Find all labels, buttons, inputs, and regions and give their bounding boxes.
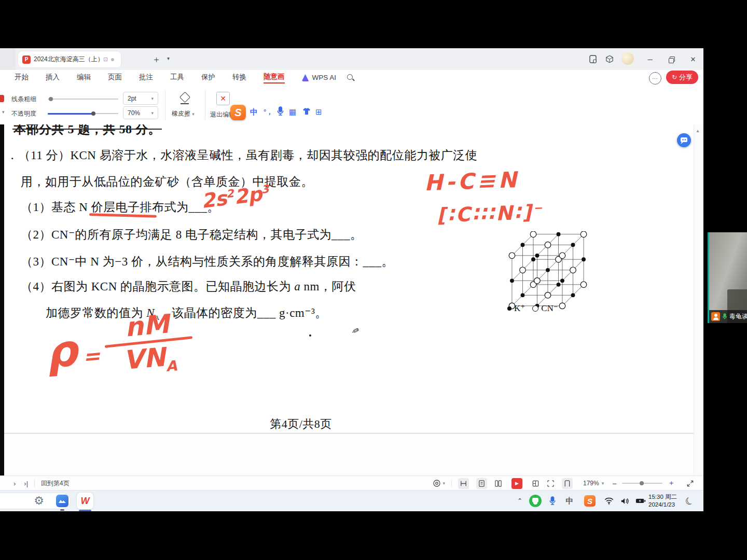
read-mode-icon[interactable]: ▾ (433, 479, 445, 487)
zoom-out-button[interactable]: − (612, 479, 617, 488)
webcam-video-tile[interactable]: 毒龟谈 (708, 232, 747, 323)
ime-skin-icon[interactable] (302, 107, 311, 117)
user-avatar[interactable] (621, 52, 634, 65)
share-button[interactable]: ↻ 分享 (666, 71, 698, 84)
open-atom-icon (532, 305, 538, 312)
share-arrow-icon: ↻ (672, 74, 677, 81)
new-tab-button[interactable]: ＋ (152, 53, 161, 65)
line-width-label: 线条粗细 (11, 95, 36, 104)
legend-cn-label: CN⁻ (541, 303, 558, 314)
menu-freehand-draw[interactable]: 随意画 (264, 72, 285, 83)
ime-lang-toggle[interactable]: 中 (250, 107, 258, 117)
wifi-icon[interactable] (603, 491, 615, 511)
next-page-button[interactable]: › (13, 480, 16, 487)
back-to-page-button[interactable]: 回到第4页 (41, 479, 70, 488)
participant-name-bar: 毒龟谈 (709, 310, 747, 323)
question-1: （1）基态 N 价层电子排布式为___。 (21, 199, 219, 215)
page-number-icon[interactable] (532, 480, 540, 487)
menu-protect[interactable]: 保护 (201, 73, 215, 83)
line-width-value-dropdown[interactable]: 2pt▾ (123, 92, 158, 105)
minimize-button[interactable]: ─ (643, 52, 657, 66)
eraser-icon[interactable] (178, 92, 192, 105)
document-area[interactable]: 本部分共 5 题，共 58 分。 ．（11 分）KCN 易溶于水，水溶液呈碱性，… (0, 124, 703, 475)
screen: P 2024北京海淀高三（上）期末 ⊡ ＋ ▾ ─ ✕ (0, 0, 747, 560)
cloud-app-icon[interactable] (56, 495, 68, 507)
question-2: （2）CN⁻的所有原子均满足 8 电子稳定结构，其电子式为___。 (21, 227, 363, 243)
tray-mic-icon[interactable] (547, 491, 558, 511)
last-page-button[interactable]: ›| (24, 480, 28, 487)
two-page-icon[interactable] (494, 480, 502, 487)
ime-punctuation-toggle[interactable]: °， (264, 107, 273, 117)
battery-icon[interactable] (634, 491, 647, 511)
menu-edit[interactable]: 编辑 (77, 73, 91, 83)
play-slideshow-button[interactable]: ▶ (511, 478, 522, 489)
tab-list-chevron-icon[interactable]: ▾ (167, 55, 170, 61)
more-options-icon[interactable]: ⋯ (649, 72, 661, 85)
line-width-slider[interactable] (48, 99, 118, 100)
restore-button[interactable] (665, 52, 678, 66)
handwritten-lewis-structure: [∶C∶∶∶N∶]− (436, 200, 545, 227)
ai-assistant-float-button[interactable] (677, 133, 691, 147)
monitor-icon: ⊡ (103, 56, 108, 63)
line-width-slider-thumb[interactable] (49, 97, 53, 101)
zoom-dropdown-chevron[interactable]: ▾ (602, 481, 604, 486)
ime-logo-icon[interactable]: S (230, 105, 246, 120)
wps-app-icon[interactable]: W (77, 493, 93, 509)
menu-insert[interactable]: 插入 (46, 73, 60, 83)
ime-mic-icon[interactable] (276, 106, 284, 118)
tray-sogou-icon[interactable]: S (584, 495, 596, 507)
menu-page[interactable]: 页面 (108, 73, 122, 83)
settings-gear-icon[interactable]: ⚙ (32, 491, 46, 511)
tray-expand-chevron[interactable]: ⌃ (515, 491, 524, 511)
filled-atom-icon (507, 306, 511, 311)
ime-toolbox-icon[interactable]: ⊞ (315, 107, 322, 117)
section-header: 本部分共 5 题，共 58 分。 (13, 124, 161, 137)
search-icon[interactable] (347, 74, 355, 82)
fit-page-icon[interactable] (547, 480, 555, 487)
eraser-button[interactable]: 橡皮擦 ▾ (172, 109, 195, 118)
handwritten-density-formula: ρ = nM VNA (43, 309, 195, 384)
scroll-up-arrow[interactable]: ▲ (696, 129, 700, 133)
taskbar-clock[interactable]: 15:30 周二 2024/1/23 (648, 493, 677, 509)
fit-width-icon[interactable] (458, 478, 469, 489)
volume-icon[interactable] (618, 491, 632, 511)
pdf-doc-icon: P (22, 55, 31, 64)
participant-name: 毒龟谈 (729, 312, 747, 321)
tab-bar: P 2024北京海淀高三（上）期末 ⊡ ＋ ▾ ─ ✕ (0, 48, 703, 70)
single-page-icon[interactable] (476, 478, 487, 489)
wps-ai-icon (302, 74, 309, 81)
cube-3d-icon[interactable] (603, 52, 616, 66)
zoom-value[interactable]: 179% (583, 480, 599, 487)
ime-keyboard-icon[interactable]: ▦ (289, 107, 296, 117)
opacity-value-dropdown[interactable]: 70%▾ (123, 106, 158, 119)
windows-taskbar: ⚙ W ⌃ 中 S (0, 490, 703, 511)
cloud-app-indicator (60, 509, 64, 511)
menu-convert[interactable]: 转换 (232, 73, 246, 83)
menu-tools[interactable]: 工具 (170, 73, 184, 83)
participant-role-icon (711, 312, 720, 321)
opacity-slider-fill (48, 113, 93, 115)
zoom-in-button[interactable]: ＋ (668, 479, 675, 488)
menu-annotate[interactable]: 批注 (139, 73, 153, 83)
night-mode-moon-icon[interactable]: ☾ (679, 488, 700, 513)
meeting-app-tray-icon[interactable] (529, 495, 542, 507)
kcn-unit-cell-diagram (504, 231, 591, 313)
document-tab[interactable]: P 2024北京海淀高三（上）期末 ⊡ (18, 51, 121, 67)
exit-edit-icon[interactable]: ✕ (216, 92, 230, 105)
mobile-view-icon[interactable] (586, 52, 600, 66)
opacity-slider-thumb[interactable] (91, 111, 95, 116)
zoom-slider[interactable] (622, 483, 662, 484)
close-button[interactable]: ✕ (686, 52, 700, 66)
clipped-tool-icon[interactable] (0, 95, 4, 102)
draw-toolbar: ▾ 线条粗细 2pt▾ 不透明度 70%▾ 橡皮擦 ▾ ✕ (0, 86, 703, 125)
diagram-legend: K⁺ CN⁻ (507, 303, 558, 314)
menu-wps-ai[interactable]: WPS AI (312, 74, 337, 82)
scrollbar[interactable] (694, 124, 703, 475)
tray-ime-icon[interactable]: 中 (563, 491, 576, 511)
clipped-chevron-icon[interactable]: ▾ (2, 109, 5, 115)
bookmark-panel-icon[interactable] (562, 478, 573, 489)
fullscreen-icon[interactable] (686, 480, 694, 487)
menu-start[interactable]: 开始 (15, 73, 29, 83)
section-header-rule (12, 129, 162, 130)
zoom-slider-thumb[interactable] (640, 481, 644, 485)
